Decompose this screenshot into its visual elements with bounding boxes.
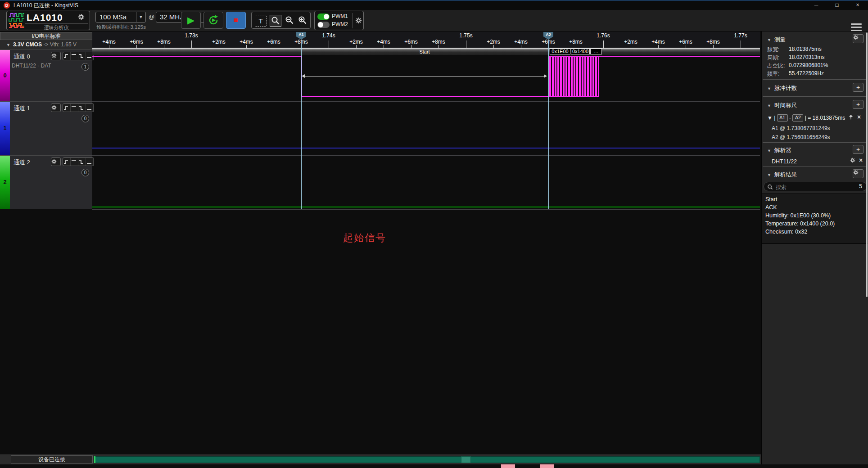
section-decoder-header[interactable]: ▼解析器 bbox=[767, 147, 791, 154]
trigger-rising-edge-button[interactable] bbox=[63, 52, 71, 60]
channel-badge-count[interactable]: 0 bbox=[81, 115, 89, 122]
capture-overview-handle[interactable] bbox=[461, 456, 471, 463]
decode-results-panel[interactable]: StartACKHumidity: 0x1E00 (30.0%)Temperat… bbox=[762, 194, 868, 244]
measure-settings-gear-button[interactable] bbox=[853, 34, 863, 43]
trigger-falling-edge-button[interactable] bbox=[78, 52, 86, 60]
pulse-count-add-button[interactable]: + bbox=[853, 83, 863, 92]
decode-result-item[interactable]: Humidity: 0x1E00 (30.0%) bbox=[765, 212, 831, 219]
section-results-header[interactable]: ▼解析结果 bbox=[767, 171, 797, 179]
section-pulse-count-header[interactable]: ▼脉冲计数 bbox=[767, 85, 797, 92]
trigger-low-level-button[interactable] bbox=[86, 104, 94, 112]
app-icon: D bbox=[4, 2, 10, 9]
decode-result-item[interactable]: Temperature: 0x1400 (20.0) bbox=[765, 220, 835, 227]
pwm2-toggle[interactable] bbox=[317, 22, 330, 28]
ruler-tick-mark bbox=[493, 45, 494, 48]
ruler-tick-mark bbox=[384, 45, 384, 48]
time-ruler[interactable]: +4ms+6ms+8ms1.73s+2ms+4ms+6ms+8ms1.74s+2… bbox=[92, 32, 760, 49]
channel-settings-gear-button[interactable] bbox=[51, 158, 61, 166]
minimize-button[interactable]: ─ bbox=[806, 0, 827, 10]
row-divider bbox=[92, 209, 760, 210]
pwm1-toggle[interactable] bbox=[317, 14, 330, 20]
trigger-button-group bbox=[63, 52, 94, 60]
channel-settings-gear-button[interactable] bbox=[51, 52, 61, 60]
channel-name: 通道 2 bbox=[14, 158, 30, 166]
trigger-high-level-button[interactable] bbox=[71, 104, 78, 112]
search-input[interactable] bbox=[775, 183, 853, 191]
device-name: LA1010 bbox=[27, 12, 63, 23]
ruler-major-tick-label: 1.75s bbox=[459, 32, 472, 39]
results-search-box[interactable]: 5 bbox=[764, 182, 867, 191]
trigger-falling-edge-button[interactable] bbox=[78, 158, 86, 166]
cursor-a1-line[interactable] bbox=[301, 40, 302, 209]
trigger-rising-edge-button[interactable] bbox=[63, 158, 71, 166]
decoder-item-name[interactable]: DHT11/22 bbox=[772, 158, 797, 165]
device-settings-gear-icon[interactable] bbox=[78, 14, 85, 20]
decoder-close-icon[interactable]: × bbox=[859, 157, 863, 164]
channel-row-0[interactable]: 0通道 0DHT11/22 - DAT1 bbox=[0, 50, 92, 101]
close-button[interactable]: × bbox=[847, 0, 868, 10]
ruler-minor-tick-label: +8ms bbox=[432, 39, 445, 45]
channel-color-bar: 0 bbox=[0, 50, 10, 101]
pwm-settings-gear-icon[interactable] bbox=[355, 17, 362, 24]
maximize-button[interactable]: □ bbox=[827, 0, 847, 10]
text-annotation-tool-button[interactable]: T bbox=[255, 15, 267, 27]
chevron-down-icon[interactable]: ▼ bbox=[136, 12, 145, 22]
results-settings-gear-button[interactable] bbox=[853, 169, 863, 178]
marker-pair-row[interactable]: ▼ | A1 - A2 | = 18.013875ms bbox=[767, 114, 845, 122]
decode-result-item[interactable]: Checksum: 0x32 bbox=[765, 229, 807, 235]
start-capture-button[interactable]: ▶ bbox=[181, 12, 201, 29]
zoom-out-button[interactable] bbox=[284, 15, 296, 27]
collapse-arrow-icon: ▼ bbox=[767, 148, 771, 153]
decode-result-item[interactable]: ACK bbox=[765, 204, 777, 211]
cursor-a2-line[interactable] bbox=[548, 40, 549, 209]
bottom-edge bbox=[0, 464, 868, 468]
collapse-arrow-icon: ▼ bbox=[767, 86, 771, 91]
zoom-selection-button[interactable] bbox=[270, 15, 281, 27]
trigger-high-level-button[interactable] bbox=[71, 52, 78, 60]
channel-row-2[interactable]: 2通道 20 bbox=[0, 155, 92, 209]
trigger-rising-edge-button[interactable] bbox=[63, 104, 71, 112]
channel-row-1[interactable]: 1通道 10 bbox=[0, 101, 92, 155]
trigger-high-level-button[interactable] bbox=[71, 158, 78, 166]
capture-overview-bar[interactable] bbox=[94, 456, 760, 463]
time-ruler-add-button[interactable]: + bbox=[853, 100, 863, 109]
marker-pair-close-icon[interactable]: × bbox=[857, 113, 861, 121]
at-symbol: @ bbox=[149, 14, 154, 20]
trigger-low-level-button[interactable] bbox=[86, 158, 94, 166]
repeat-capture-button[interactable] bbox=[203, 12, 223, 29]
ruler-minor-tick-label: +6ms bbox=[130, 39, 143, 45]
measurement-label: 占空比: bbox=[767, 63, 785, 69]
pin-icon[interactable] bbox=[848, 114, 854, 121]
decode-value-box[interactable]: 0x1400 bbox=[571, 49, 590, 54]
io-level-row[interactable]: ▼3.3V CMOS -> Vth: 1.65 V bbox=[0, 40, 92, 50]
ruler-tick-mark bbox=[164, 45, 164, 48]
channel-badge-count[interactable]: 1 bbox=[81, 63, 89, 71]
channel-number: 1 bbox=[0, 125, 10, 131]
zoom-in-button[interactable] bbox=[297, 15, 309, 27]
decode-value-box[interactable]: 0x1E00 bbox=[550, 49, 570, 54]
sidebar-scrollbar[interactable] bbox=[866, 32, 868, 297]
device-panel[interactable]: LA1010 逻辑分析仪 bbox=[6, 11, 90, 30]
decoder-settings-gear-icon[interactable] bbox=[850, 158, 855, 163]
ruler-tick-mark bbox=[136, 45, 137, 48]
section-time-ruler-header[interactable]: ▼时间标尺 bbox=[767, 102, 797, 109]
measurement-label: 脉宽: bbox=[767, 46, 779, 53]
decoder-add-button[interactable]: + bbox=[853, 145, 863, 154]
channel-settings-gear-button[interactable] bbox=[51, 104, 61, 112]
measurement-value: 18.013875ms bbox=[789, 46, 822, 52]
section-measure-header[interactable]: ▼测量 bbox=[767, 36, 786, 44]
stop-capture-button[interactable]: ■ bbox=[226, 12, 246, 29]
channel-badge-count[interactable]: 0 bbox=[81, 169, 89, 176]
sample-rate-dropdown[interactable]: 100 MSa ▼ bbox=[95, 12, 146, 22]
view-tools-group: T bbox=[251, 12, 311, 29]
decode-value-box[interactable]: ... bbox=[590, 49, 602, 54]
collapse-arrow-icon: ▼ bbox=[767, 173, 771, 177]
trigger-falling-edge-button[interactable] bbox=[78, 104, 86, 112]
decode-result-item[interactable]: Start bbox=[765, 196, 777, 202]
io-level-header[interactable]: I/O电平标准 bbox=[0, 32, 92, 40]
channel-number: 0 bbox=[0, 72, 10, 79]
trigger-button-group bbox=[63, 104, 94, 112]
measurement-row: 脉宽:18.013875ms bbox=[767, 46, 864, 54]
pwm1-label: PWM1 bbox=[332, 13, 348, 19]
channel-color-bar: 1 bbox=[0, 102, 10, 155]
